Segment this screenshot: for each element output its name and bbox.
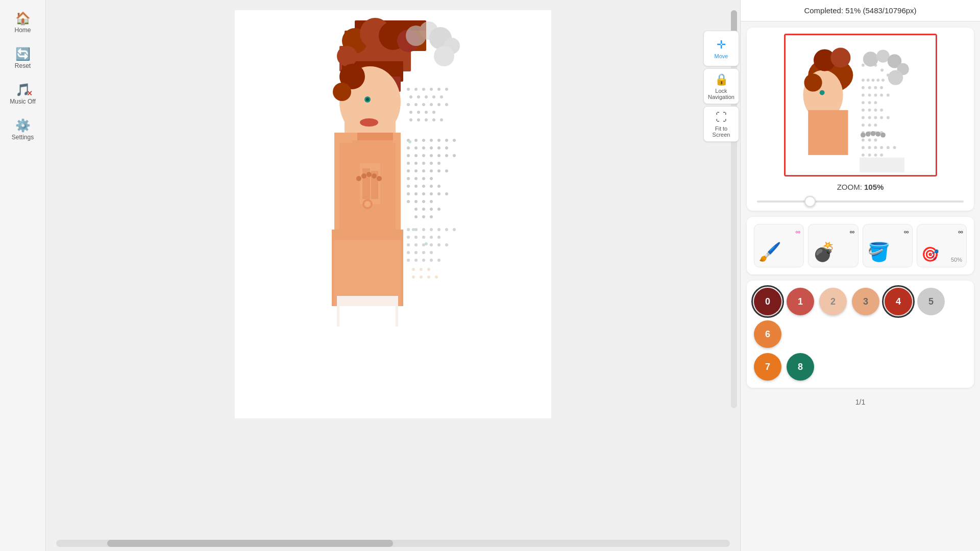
- sidebar-settings-label: Settings: [12, 134, 34, 141]
- svg-point-187: [880, 93, 883, 96]
- svg-point-147: [420, 268, 423, 271]
- sidebar-item-music[interactable]: 🎵✕ Music Off: [0, 77, 45, 112]
- zoom-section: ZOOM: 105%: [753, 183, 968, 205]
- palette-row-2: 7 8: [754, 353, 967, 381]
- svg-point-138: [407, 259, 410, 262]
- svg-point-36: [430, 88, 433, 91]
- zoom-label: ZOOM: 105%: [837, 183, 884, 191]
- svg-point-157: [356, 176, 361, 181]
- svg-point-99: [407, 192, 410, 195]
- svg-point-114: [422, 215, 425, 218]
- svg-point-144: [412, 228, 415, 231]
- fill-infinity: ∞: [904, 228, 909, 236]
- special-tool[interactable]: ∞ 50% 🎯: [917, 224, 967, 267]
- svg-point-139: [414, 259, 418, 262]
- color-swatch-4[interactable]: 4: [885, 288, 912, 315]
- svg-point-82: [430, 162, 433, 165]
- svg-point-123: [407, 236, 410, 239]
- move-label: Move: [715, 53, 728, 59]
- svg-point-38: [445, 88, 448, 91]
- canvas-container[interactable]: [46, 0, 740, 536]
- lock-label: LockNavigation: [708, 88, 734, 100]
- zoom-slider-container: [753, 195, 968, 205]
- svg-point-178: [876, 79, 879, 82]
- zoom-slider[interactable]: [757, 201, 964, 203]
- color-swatch-2[interactable]: 2: [819, 288, 847, 315]
- svg-point-107: [422, 200, 425, 203]
- svg-point-131: [430, 243, 433, 246]
- color-swatch-5[interactable]: 5: [917, 288, 945, 315]
- svg-point-159: [366, 172, 372, 177]
- svg-point-113: [414, 215, 418, 218]
- move-button[interactable]: ✛ Move: [703, 31, 739, 66]
- svg-rect-154: [352, 140, 393, 145]
- special-infinity: ∞: [958, 228, 963, 236]
- completion-bar: Completed: 51% (5483/10796px): [741, 0, 980, 21]
- svg-point-124: [414, 236, 418, 239]
- svg-point-41: [425, 95, 428, 98]
- svg-point-22: [333, 83, 351, 101]
- svg-point-179: [881, 79, 885, 82]
- svg-point-122: [453, 228, 456, 231]
- music-off-indicator: ✕: [27, 90, 33, 97]
- svg-point-115: [430, 215, 433, 218]
- svg-point-161: [377, 176, 382, 181]
- svg-point-76: [437, 154, 440, 157]
- svg-point-197: [868, 116, 871, 119]
- svg-point-89: [445, 169, 448, 172]
- svg-point-70: [437, 146, 440, 149]
- svg-point-75: [430, 154, 433, 157]
- svg-point-42: [432, 95, 435, 98]
- bomb-tool[interactable]: ∞ 💣: [808, 224, 858, 267]
- color-swatch-0[interactable]: 0: [754, 288, 781, 315]
- fit-to-screen-button[interactable]: ⛶ Fit toScreen: [703, 106, 739, 142]
- svg-point-210: [874, 139, 877, 142]
- svg-point-148: [427, 268, 430, 271]
- horizontal-scrollbar-thumb[interactable]: [107, 540, 393, 547]
- brush-infinity: ∞: [795, 228, 800, 236]
- sidebar-item-reset[interactable]: 🔄 Reset: [0, 41, 45, 77]
- svg-point-224: [863, 52, 877, 66]
- svg-point-86: [422, 169, 425, 172]
- svg-point-188: [886, 93, 889, 96]
- svg-point-180: [861, 86, 864, 89]
- lock-navigation-button[interactable]: 🔒 LockNavigation: [703, 68, 739, 104]
- svg-point-184: [861, 93, 864, 96]
- svg-point-191: [874, 101, 877, 104]
- svg-point-31: [434, 46, 454, 66]
- pixel-art-canvas[interactable]: [235, 10, 551, 418]
- svg-point-186: [874, 93, 877, 96]
- color-swatch-7[interactable]: 7: [754, 353, 781, 381]
- svg-point-230: [861, 133, 866, 138]
- svg-point-77: [445, 154, 448, 157]
- brush-tool[interactable]: ∞ 🖌️: [754, 224, 804, 267]
- svg-point-45: [414, 103, 418, 106]
- svg-point-71: [445, 146, 448, 149]
- svg-point-193: [868, 109, 871, 112]
- svg-point-175: [861, 79, 864, 82]
- sidebar: 🏠 Home 🔄 Reset 🎵✕ Music Off ⚙️ Settings: [0, 0, 46, 551]
- svg-point-20: [337, 46, 357, 66]
- svg-point-56: [425, 118, 428, 121]
- music-icon: 🎵✕: [15, 84, 31, 96]
- color-swatch-1[interactable]: 1: [787, 288, 814, 315]
- svg-rect-26: [339, 306, 396, 332]
- horizontal-scrollbar[interactable]: [56, 540, 730, 547]
- svg-point-91: [414, 177, 418, 180]
- svg-point-98: [437, 185, 440, 188]
- svg-point-87: [430, 169, 433, 172]
- svg-point-95: [414, 185, 418, 188]
- svg-point-49: [445, 103, 448, 106]
- svg-point-228: [888, 70, 902, 85]
- svg-point-158: [361, 173, 366, 179]
- color-swatch-8[interactable]: 8: [787, 353, 814, 381]
- color-swatch-6[interactable]: 6: [754, 320, 781, 348]
- svg-point-234: [880, 133, 886, 138]
- fill-tool[interactable]: ∞ 🪣: [863, 224, 913, 267]
- sidebar-item-settings[interactable]: ⚙️ Settings: [0, 112, 45, 148]
- svg-point-203: [874, 123, 877, 127]
- svg-point-81: [422, 162, 425, 165]
- svg-point-185: [868, 93, 871, 96]
- color-swatch-3[interactable]: 3: [852, 288, 879, 315]
- sidebar-item-home[interactable]: 🏠 Home: [0, 5, 45, 41]
